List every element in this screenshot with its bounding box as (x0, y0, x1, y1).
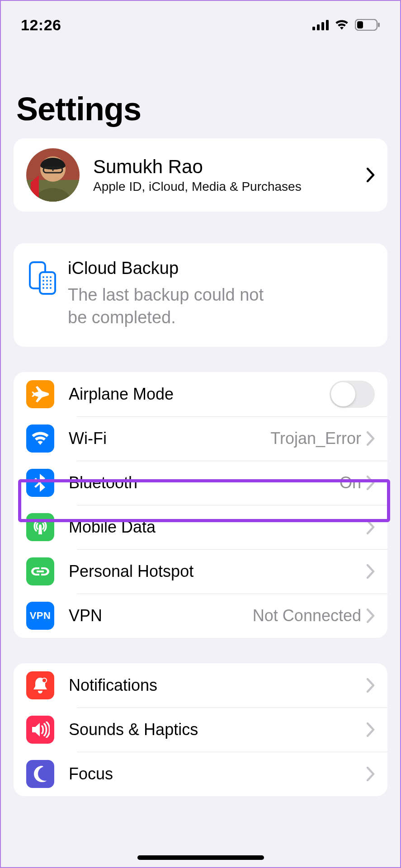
speaker-icon (26, 716, 54, 744)
row-label: Sounds & Haptics (69, 720, 367, 739)
personal-hotspot-row[interactable]: Personal Hotspot (14, 549, 387, 594)
chevron-right-icon (367, 564, 375, 579)
profile-group: Sumukh Rao Apple ID, iCloud, Media & Pur… (14, 138, 387, 212)
svg-point-21 (46, 283, 48, 285)
cellular-signal-icon (312, 19, 329, 30)
svg-rect-1 (317, 24, 320, 30)
notifications-row[interactable]: Notifications (14, 663, 387, 708)
svg-point-16 (50, 276, 52, 278)
wifi-value: Trojan_Error (270, 429, 361, 448)
chevron-right-icon (367, 476, 375, 490)
apple-id-row[interactable]: Sumukh Rao Apple ID, iCloud, Media & Pur… (14, 138, 387, 212)
wifi-icon (334, 19, 349, 30)
status-indicators (312, 19, 380, 31)
backup-title: iCloud Backup (68, 259, 285, 278)
mobile-data-row[interactable]: Mobile Data (14, 505, 387, 549)
page-title: Settings (1, 41, 400, 138)
svg-rect-5 (357, 21, 363, 28)
svg-point-25 (50, 287, 52, 289)
svg-point-17 (42, 280, 44, 282)
vpn-icon: VPN (26, 602, 54, 630)
chevron-right-icon (367, 722, 375, 737)
icloud-backup-row[interactable]: iCloud Backup The last backup could not … (14, 243, 387, 347)
bluetooth-icon (26, 469, 54, 497)
row-label: Focus (69, 764, 367, 783)
vpn-row[interactable]: VPN VPN Not Connected (14, 594, 387, 638)
avatar (26, 148, 80, 202)
link-icon (26, 557, 54, 585)
row-label: Notifications (69, 676, 367, 695)
home-indicator[interactable] (137, 855, 264, 860)
svg-point-15 (46, 276, 48, 278)
svg-point-23 (42, 287, 44, 289)
row-label: VPN (69, 606, 253, 625)
svg-rect-13 (40, 272, 55, 294)
svg-point-27 (42, 679, 46, 682)
connectivity-group: Airplane Mode Wi-Fi Trojan_Error Bluetoo… (14, 372, 387, 638)
airplane-mode-row[interactable]: Airplane Mode (14, 372, 387, 416)
svg-point-19 (50, 280, 52, 282)
svg-rect-0 (312, 27, 315, 30)
antenna-icon (26, 513, 54, 541)
chevron-right-icon (367, 431, 375, 446)
bluetooth-row[interactable]: Bluetooth On (14, 461, 387, 505)
row-label: Bluetooth (69, 473, 340, 492)
chevron-right-icon (367, 520, 375, 534)
svg-rect-2 (321, 22, 324, 30)
vpn-value: Not Connected (253, 606, 361, 625)
svg-point-24 (46, 287, 48, 289)
battery-icon (355, 19, 380, 31)
row-label: Personal Hotspot (69, 562, 367, 581)
profile-name: Sumukh Rao (93, 156, 367, 178)
row-label: Airplane Mode (69, 385, 330, 404)
airplane-toggle[interactable] (330, 381, 375, 408)
moon-icon (26, 760, 54, 788)
svg-point-18 (46, 280, 48, 282)
svg-rect-3 (326, 20, 329, 30)
wifi-row[interactable]: Wi-Fi Trojan_Error (14, 416, 387, 461)
alerts-group: Notifications Sounds & Haptics Focus (14, 663, 387, 796)
svg-point-20 (42, 283, 44, 285)
devices-icon (26, 260, 58, 296)
chevron-right-icon (367, 168, 375, 182)
profile-subtitle: Apple ID, iCloud, Media & Purchases (93, 179, 367, 194)
wifi-icon (26, 425, 54, 453)
icloud-backup-group: iCloud Backup The last backup could not … (14, 243, 387, 347)
sounds-row[interactable]: Sounds & Haptics (14, 708, 387, 752)
airplane-icon (26, 380, 54, 408)
svg-point-14 (42, 276, 44, 278)
row-label: Mobile Data (69, 518, 367, 537)
status-bar: 12:26 (1, 1, 400, 41)
backup-subtitle: The last backup could not be completed. (68, 283, 285, 329)
bluetooth-value: On (340, 473, 361, 492)
focus-row[interactable]: Focus (14, 752, 387, 796)
status-time: 12:26 (21, 16, 61, 34)
chevron-right-icon (367, 678, 375, 693)
svg-rect-6 (378, 23, 380, 27)
chevron-right-icon (367, 609, 375, 623)
svg-point-22 (50, 283, 52, 285)
bell-icon (26, 671, 54, 699)
chevron-right-icon (367, 767, 375, 781)
row-label: Wi-Fi (69, 429, 270, 448)
